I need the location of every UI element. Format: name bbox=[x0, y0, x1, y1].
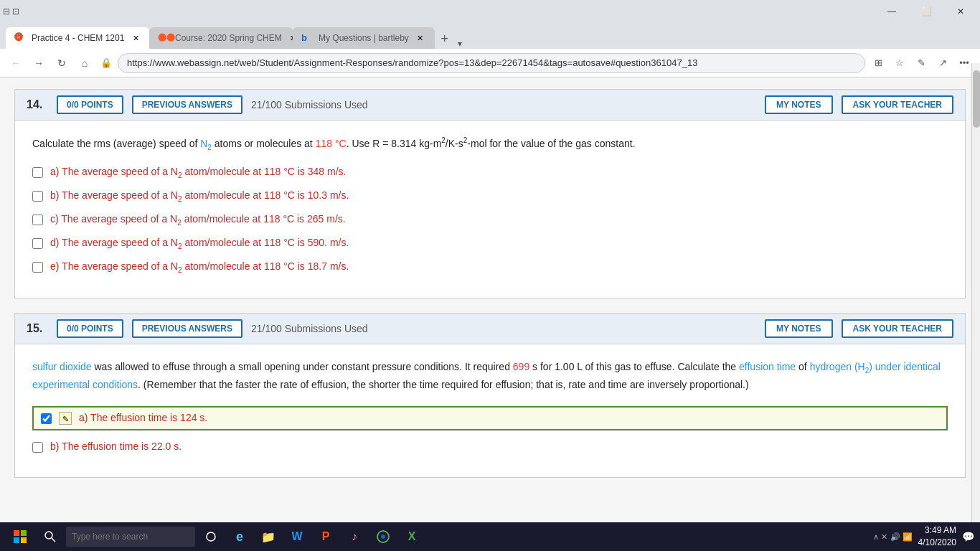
q14-choice-a: a) The average speed of a N2 atom/molecu… bbox=[32, 166, 948, 179]
windows-logo-icon bbox=[13, 529, 27, 544]
question-14-prev-answers-button[interactable]: PREVIOUS ANSWERS bbox=[132, 95, 242, 114]
ppt-icon: P bbox=[322, 530, 330, 543]
new-tab-button[interactable]: + bbox=[435, 29, 455, 49]
svg-rect-2 bbox=[14, 537, 19, 543]
tab-bartleby[interactable]: b My Questions | bartleby ✕ bbox=[293, 27, 435, 49]
q15-choice-b: b) The effusion time is 22.0 s. bbox=[32, 441, 948, 453]
question-14-number: 14. bbox=[27, 98, 48, 111]
search-taskbar-icon[interactable] bbox=[37, 524, 63, 550]
title-bar: ⊟ ⊡ — ⬜ ✕ bbox=[0, 0, 980, 23]
q14-label-e[interactable]: e) The average speed of a N2 atom/molecu… bbox=[50, 260, 349, 274]
q15-hydrogen: hydrogen (H2) under identical experiment… bbox=[32, 361, 941, 390]
q14-checkbox-b[interactable] bbox=[32, 191, 43, 202]
page-content: 14. 0/0 POINTS PREVIOUS ANSWERS 21/100 S… bbox=[0, 77, 980, 551]
taskbar-right: ∧ ✕ 🔊 📶 3:49 AM 4/10/2020 💬 bbox=[873, 524, 974, 549]
scrollbar-track[interactable] bbox=[971, 63, 980, 551]
url-input[interactable] bbox=[118, 53, 865, 73]
q15-checkbox-a[interactable] bbox=[41, 413, 52, 424]
excel-icon: X bbox=[408, 530, 416, 543]
question-14-ask-teacher-button[interactable]: ASK YOUR TEACHER bbox=[842, 95, 953, 114]
search-icon bbox=[44, 531, 56, 542]
question-15-body: sulfur dioxide was allowed to effuse thr… bbox=[15, 344, 965, 476]
reload-button[interactable]: ↻ bbox=[52, 53, 72, 73]
q14-label-c[interactable]: c) The average speed of a N2 atom/molecu… bbox=[50, 213, 346, 227]
tab-favicon-2: ⬤⬤ bbox=[158, 32, 169, 44]
reading-view-button[interactable]: ⊞ bbox=[868, 53, 888, 73]
tab-label-1: Practice 4 - CHEM 1201 bbox=[32, 33, 124, 43]
question-15-my-notes-button[interactable]: MY NOTES bbox=[765, 319, 832, 338]
maximize-button[interactable]: ⬜ bbox=[910, 0, 943, 23]
collections-button[interactable]: ✎ bbox=[911, 53, 931, 73]
forward-button[interactable]: → bbox=[29, 53, 49, 73]
svg-point-4 bbox=[45, 532, 52, 539]
edge-taskbar-button[interactable]: e bbox=[227, 524, 253, 550]
tab-close-1[interactable]: ✕ bbox=[130, 32, 141, 44]
q15-effusion-time: effusion time bbox=[739, 361, 796, 372]
back-button[interactable]: ← bbox=[6, 53, 26, 73]
question-14-text: Calculate the rms (average) speed of N2 … bbox=[32, 135, 948, 153]
q14-label-a[interactable]: a) The average speed of a N2 atom/molecu… bbox=[50, 166, 346, 179]
q14-checkbox-e[interactable] bbox=[32, 262, 43, 273]
q14-checkbox-c[interactable] bbox=[32, 215, 43, 225]
excel-button[interactable]: X bbox=[399, 524, 425, 550]
tab-course[interactable]: ⬤⬤ Course: 2020 Spring CHEM ✕ bbox=[149, 27, 293, 49]
question-14-my-notes-button[interactable]: MY NOTES bbox=[765, 95, 832, 114]
question-15-ask-teacher-button[interactable]: ASK YOUR TEACHER bbox=[842, 319, 953, 338]
minimize-button[interactable]: — bbox=[875, 0, 908, 23]
question-14-header: 14. 0/0 POINTS PREVIOUS ANSWERS 21/100 S… bbox=[15, 90, 965, 121]
chrome-icon bbox=[377, 530, 390, 543]
start-button[interactable] bbox=[6, 524, 34, 550]
question-14-block: 14. 0/0 POINTS PREVIOUS ANSWERS 21/100 S… bbox=[14, 89, 966, 298]
q14-checkbox-a[interactable] bbox=[32, 167, 43, 178]
q14-checkbox-d[interactable] bbox=[32, 238, 43, 249]
q14-label-b[interactable]: b) The average speed of a N2 atom/molecu… bbox=[50, 189, 349, 203]
q15-label-a[interactable]: a) The effusion time is 124 s. bbox=[79, 412, 207, 423]
taskbar-time-display: 3:49 AM bbox=[918, 524, 956, 537]
taskbar-clock[interactable]: 3:49 AM 4/10/2020 bbox=[918, 524, 956, 549]
tab-bar: 🅦 Practice 4 - CHEM 1201 ✕ ⬤⬤ Course: 20… bbox=[0, 23, 980, 49]
tab-close-3[interactable]: ✕ bbox=[415, 32, 426, 44]
tab-practice4[interactable]: 🅦 Practice 4 - CHEM 1201 ✕ bbox=[6, 27, 149, 49]
question-14-submissions: 21/100 Submissions Used bbox=[251, 99, 756, 110]
file-explorer-button[interactable]: 📁 bbox=[255, 524, 281, 550]
q15-time-value: 699 bbox=[513, 361, 529, 372]
scrollbar-thumb[interactable] bbox=[973, 70, 980, 128]
svg-rect-3 bbox=[21, 537, 27, 543]
itunes-button[interactable]: ♪ bbox=[341, 524, 367, 550]
q15-choice-a: ✎ a) The effusion time is 124 s. bbox=[32, 406, 948, 430]
window-controls[interactable]: — ⬜ ✕ bbox=[875, 0, 977, 23]
taskbar: e 📁 W P ♪ X ∧ ✕ 🔊 📶 3:49 AM 4/10/2020 💬 bbox=[0, 522, 980, 551]
question-15-prev-answers-button[interactable]: PREVIOUS ANSWERS bbox=[132, 319, 242, 338]
browser-icon: ⊟ ⊡ bbox=[3, 6, 19, 17]
tab-label-3: My Questions | bartleby bbox=[319, 33, 409, 43]
folder-icon: 📁 bbox=[261, 530, 275, 544]
powerpoint-taskbar-button[interactable]: P bbox=[313, 524, 339, 550]
word-icon: W bbox=[291, 530, 302, 543]
favorites-button[interactable]: ☆ bbox=[890, 53, 910, 73]
question-15-text: sulfur dioxide was allowed to effuse thr… bbox=[32, 359, 948, 392]
taskbar-search-input[interactable] bbox=[66, 527, 195, 547]
address-bar-icons: ⊞ ☆ ✎ ↗ ••• bbox=[868, 53, 974, 73]
word-taskbar-button[interactable]: W bbox=[284, 524, 310, 550]
task-view-icon bbox=[205, 531, 217, 542]
tab-dropdown[interactable]: ▾ bbox=[458, 39, 462, 49]
q15-label-b[interactable]: b) The effusion time is 22.0 s. bbox=[50, 441, 182, 452]
taskbar-tray-icons: ∧ ✕ 🔊 📶 bbox=[873, 532, 912, 542]
home-button[interactable]: ⌂ bbox=[75, 53, 95, 73]
share-button[interactable]: ↗ bbox=[933, 53, 953, 73]
task-view-button[interactable] bbox=[198, 524, 224, 550]
svg-rect-1 bbox=[21, 530, 27, 536]
chrome-button[interactable] bbox=[370, 524, 396, 550]
q15-checkbox-b[interactable] bbox=[32, 442, 43, 453]
address-bar: ← → ↻ ⌂ 🔒 ⊞ ☆ ✎ ↗ ••• bbox=[0, 49, 980, 77]
question-15-points-button[interactable]: 0/0 POINTS bbox=[57, 319, 123, 338]
question-14-body: Calculate the rms (average) speed of N2 … bbox=[15, 121, 965, 298]
notification-icon[interactable]: 💬 bbox=[962, 531, 974, 542]
q14-label-d[interactable]: d) The average speed of a N2 atom/molecu… bbox=[50, 237, 349, 250]
question-15-header: 15. 0/0 POINTS PREVIOUS ANSWERS 21/100 S… bbox=[15, 314, 965, 344]
question-14-points-button[interactable]: 0/0 POINTS bbox=[57, 95, 123, 114]
music-icon: ♪ bbox=[352, 530, 357, 543]
q14-highlight-temp: 118 °C bbox=[316, 138, 347, 149]
tab-close-2[interactable]: ✕ bbox=[288, 32, 293, 44]
close-button[interactable]: ✕ bbox=[944, 0, 977, 23]
